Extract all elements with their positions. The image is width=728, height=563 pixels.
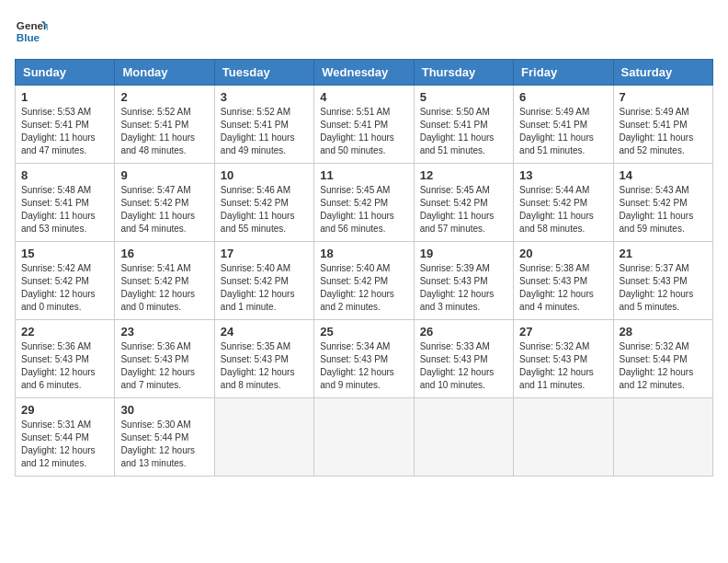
logo-icon: General Blue [15, 15, 48, 48]
day-info: Sunrise: 5:36 AMSunset: 5:43 PMDaylight:… [21, 340, 108, 392]
calendar-cell: 11Sunrise: 5:45 AMSunset: 5:42 PMDayligh… [314, 164, 414, 242]
day-number: 19 [420, 247, 507, 260]
day-info: Sunrise: 5:43 AMSunset: 5:42 PMDaylight:… [620, 184, 707, 236]
day-info: Sunrise: 5:34 AMSunset: 5:43 PMDaylight:… [320, 340, 407, 392]
calendar-cell: 5Sunrise: 5:50 AMSunset: 5:41 PMDaylight… [414, 86, 513, 164]
calendar-cell [613, 398, 712, 477]
calendar-cell: 1Sunrise: 5:53 AMSunset: 5:41 PMDaylight… [16, 86, 115, 164]
day-info: Sunrise: 5:38 AMSunset: 5:43 PMDaylight:… [519, 262, 607, 314]
calendar-cell [414, 398, 513, 477]
day-info: Sunrise: 5:41 AMSunset: 5:42 PMDaylight:… [120, 262, 208, 314]
day-number: 26 [420, 325, 507, 339]
day-number: 28 [620, 325, 707, 339]
day-number: 18 [320, 247, 407, 260]
col-header-monday: Monday [115, 60, 214, 86]
day-number: 30 [120, 403, 208, 417]
day-number: 5 [420, 90, 507, 104]
calendar-cell: 9Sunrise: 5:47 AMSunset: 5:42 PMDaylight… [115, 164, 214, 242]
calendar-cell [214, 398, 313, 477]
day-info: Sunrise: 5:31 AMSunset: 5:44 PMDaylight:… [21, 419, 108, 470]
day-number: 24 [221, 325, 308, 339]
day-info: Sunrise: 5:52 AMSunset: 5:41 PMDaylight:… [221, 106, 308, 157]
day-number: 29 [21, 403, 108, 417]
calendar-cell [314, 398, 414, 477]
day-info: Sunrise: 5:39 AMSunset: 5:43 PMDaylight:… [420, 262, 507, 314]
calendar-cell: 6Sunrise: 5:49 AMSunset: 5:41 PMDaylight… [514, 86, 613, 164]
col-header-saturday: Saturday [613, 60, 712, 86]
svg-text:General: General [17, 19, 48, 31]
day-number: 3 [221, 90, 308, 104]
col-header-thursday: Thursday [414, 60, 513, 86]
day-info: Sunrise: 5:46 AMSunset: 5:42 PMDaylight:… [221, 184, 308, 236]
calendar-cell: 26Sunrise: 5:33 AMSunset: 5:43 PMDayligh… [414, 320, 513, 398]
day-number: 2 [120, 90, 208, 104]
day-info: Sunrise: 5:51 AMSunset: 5:41 PMDaylight:… [320, 106, 407, 157]
week-row-3: 15Sunrise: 5:42 AMSunset: 5:42 PMDayligh… [16, 242, 713, 320]
calendar-cell: 30Sunrise: 5:30 AMSunset: 5:44 PMDayligh… [115, 398, 214, 477]
day-number: 16 [120, 247, 208, 260]
col-header-tuesday: Tuesday [214, 60, 313, 86]
week-row-1: 1Sunrise: 5:53 AMSunset: 5:41 PMDaylight… [16, 86, 713, 164]
calendar-cell: 10Sunrise: 5:46 AMSunset: 5:42 PMDayligh… [214, 164, 313, 242]
day-number: 20 [519, 247, 607, 260]
day-info: Sunrise: 5:53 AMSunset: 5:41 PMDaylight:… [21, 106, 108, 157]
calendar-cell: 22Sunrise: 5:36 AMSunset: 5:43 PMDayligh… [16, 320, 115, 398]
day-info: Sunrise: 5:42 AMSunset: 5:42 PMDaylight:… [21, 262, 108, 314]
day-number: 23 [120, 325, 208, 339]
day-info: Sunrise: 5:49 AMSunset: 5:41 PMDaylight:… [519, 106, 607, 157]
day-number: 27 [519, 325, 607, 339]
calendar-table: SundayMondayTuesdayWednesdayThursdayFrid… [15, 59, 713, 477]
calendar-cell: 17Sunrise: 5:40 AMSunset: 5:42 PMDayligh… [214, 242, 313, 320]
calendar-cell: 4Sunrise: 5:51 AMSunset: 5:41 PMDaylight… [314, 86, 414, 164]
svg-text:Blue: Blue [17, 31, 40, 43]
day-info: Sunrise: 5:52 AMSunset: 5:41 PMDaylight:… [120, 106, 208, 157]
day-info: Sunrise: 5:33 AMSunset: 5:43 PMDaylight:… [420, 340, 507, 392]
day-info: Sunrise: 5:30 AMSunset: 5:44 PMDaylight:… [120, 419, 208, 470]
day-info: Sunrise: 5:32 AMSunset: 5:44 PMDaylight:… [620, 340, 707, 392]
day-number: 17 [221, 247, 308, 260]
calendar-cell: 15Sunrise: 5:42 AMSunset: 5:42 PMDayligh… [16, 242, 115, 320]
logo: General Blue [15, 15, 48, 48]
day-number: 25 [320, 325, 407, 339]
day-number: 6 [519, 90, 607, 104]
calendar-cell: 21Sunrise: 5:37 AMSunset: 5:43 PMDayligh… [613, 242, 712, 320]
col-header-friday: Friday [514, 60, 613, 86]
day-info: Sunrise: 5:45 AMSunset: 5:42 PMDaylight:… [320, 184, 407, 236]
calendar-cell: 14Sunrise: 5:43 AMSunset: 5:42 PMDayligh… [613, 164, 712, 242]
calendar-cell: 7Sunrise: 5:49 AMSunset: 5:41 PMDaylight… [613, 86, 712, 164]
day-number: 10 [221, 168, 308, 182]
week-row-2: 8Sunrise: 5:48 AMSunset: 5:41 PMDaylight… [16, 164, 713, 242]
calendar-cell: 29Sunrise: 5:31 AMSunset: 5:44 PMDayligh… [16, 398, 115, 477]
calendar-cell: 23Sunrise: 5:36 AMSunset: 5:43 PMDayligh… [115, 320, 214, 398]
calendar-cell: 3Sunrise: 5:52 AMSunset: 5:41 PMDaylight… [214, 86, 313, 164]
calendar-cell: 25Sunrise: 5:34 AMSunset: 5:43 PMDayligh… [314, 320, 414, 398]
day-info: Sunrise: 5:49 AMSunset: 5:41 PMDaylight:… [620, 106, 707, 157]
calendar-cell: 28Sunrise: 5:32 AMSunset: 5:44 PMDayligh… [613, 320, 712, 398]
day-info: Sunrise: 5:32 AMSunset: 5:43 PMDaylight:… [519, 340, 607, 392]
day-info: Sunrise: 5:44 AMSunset: 5:42 PMDaylight:… [519, 184, 607, 236]
day-number: 7 [620, 90, 707, 104]
day-number: 1 [21, 90, 108, 104]
calendar-cell [514, 398, 613, 477]
day-info: Sunrise: 5:40 AMSunset: 5:42 PMDaylight:… [221, 262, 308, 314]
day-number: 12 [420, 168, 507, 182]
page-header: General Blue [15, 15, 713, 48]
day-number: 14 [620, 168, 707, 182]
calendar-cell: 12Sunrise: 5:45 AMSunset: 5:42 PMDayligh… [414, 164, 513, 242]
calendar-cell: 8Sunrise: 5:48 AMSunset: 5:41 PMDaylight… [16, 164, 115, 242]
calendar-cell: 13Sunrise: 5:44 AMSunset: 5:42 PMDayligh… [514, 164, 613, 242]
day-number: 8 [21, 168, 108, 182]
col-header-sunday: Sunday [16, 60, 115, 86]
calendar-cell: 27Sunrise: 5:32 AMSunset: 5:43 PMDayligh… [514, 320, 613, 398]
week-row-5: 29Sunrise: 5:31 AMSunset: 5:44 PMDayligh… [16, 398, 713, 477]
day-info: Sunrise: 5:45 AMSunset: 5:42 PMDaylight:… [420, 184, 507, 236]
day-number: 4 [320, 90, 407, 104]
day-info: Sunrise: 5:47 AMSunset: 5:42 PMDaylight:… [120, 184, 208, 236]
calendar-cell: 18Sunrise: 5:40 AMSunset: 5:42 PMDayligh… [314, 242, 414, 320]
calendar-cell: 20Sunrise: 5:38 AMSunset: 5:43 PMDayligh… [514, 242, 613, 320]
day-info: Sunrise: 5:35 AMSunset: 5:43 PMDaylight:… [221, 340, 308, 392]
day-number: 15 [21, 247, 108, 260]
day-number: 22 [21, 325, 108, 339]
day-number: 9 [120, 168, 208, 182]
calendar-cell: 16Sunrise: 5:41 AMSunset: 5:42 PMDayligh… [115, 242, 214, 320]
